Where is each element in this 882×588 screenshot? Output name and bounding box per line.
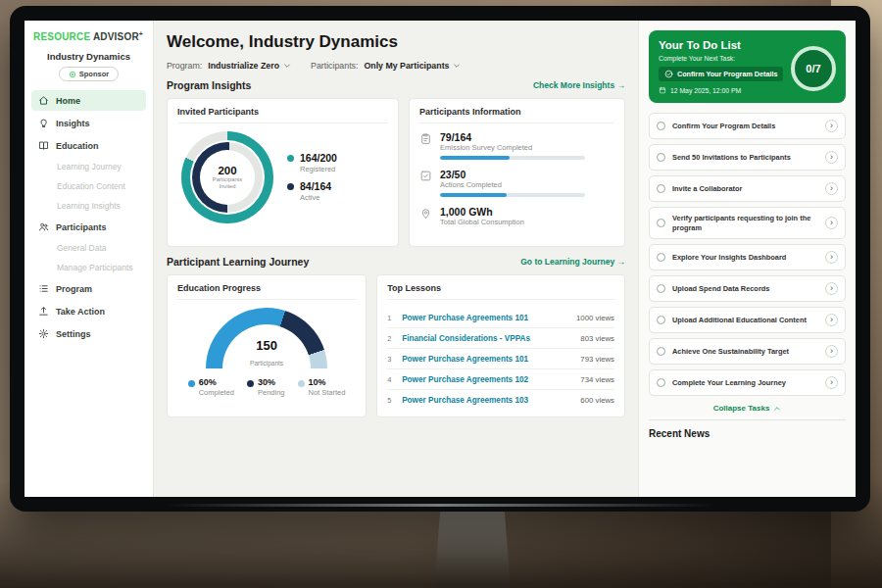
program-filter-dropdown[interactable]: Industrialize Zero (208, 61, 291, 71)
lesson-title-link[interactable]: Power Purchase Agreements 101 (402, 355, 573, 364)
chevron-down-icon (283, 62, 291, 70)
lesson-rank: 1 (387, 314, 395, 322)
task-checkbox[interactable] (657, 122, 665, 130)
sidebar-item-label: Learning Insights (57, 201, 121, 211)
actions-completed-row: 23/50 Actions Completed (419, 169, 614, 197)
task-checkbox[interactable] (657, 378, 665, 387)
task-checkbox[interactable] (657, 284, 665, 293)
chevron-right-icon[interactable]: › (825, 314, 838, 326)
sidebar-item-general-data[interactable]: General Data (31, 239, 146, 257)
people-icon (38, 221, 49, 232)
chevron-right-icon[interactable]: › (825, 376, 838, 389)
task-row-explore-insights[interactable]: Explore Your Insights Dashboard › (649, 244, 846, 270)
sidebar-item-label: Insights (56, 119, 90, 128)
sidebar-item-education[interactable]: Education (31, 135, 146, 156)
task-checkbox[interactable] (657, 253, 665, 262)
participants-filter-dropdown[interactable]: Only My Participants (364, 61, 461, 71)
sidebar-item-learning-insights[interactable]: Learning Insights (31, 197, 146, 215)
lesson-rank: 5 (387, 396, 395, 405)
sidebar-item-home[interactable]: Home (31, 90, 146, 111)
sidebar-item-label: Manage Participants (57, 263, 133, 272)
todo-progress-value: 0/7 (806, 63, 820, 74)
legend-item-registered: 164/200Registered (287, 153, 337, 173)
sidebar-item-label: Participants (56, 222, 107, 232)
lesson-title-link[interactable]: Power Purchase Agreements 102 (402, 375, 573, 384)
lightbulb-icon (38, 118, 49, 128)
sidebar-item-label: General Data (57, 243, 107, 253)
task-row-complete-learning-journey[interactable]: Complete Your Learning Journey › (649, 369, 846, 396)
task-checkbox[interactable] (657, 316, 665, 324)
lesson-rank: 4 (387, 375, 395, 384)
chevron-right-icon[interactable]: › (825, 151, 838, 164)
learning-journey-header: Participant Learning Journey Go to Learn… (167, 256, 625, 268)
target-icon (69, 71, 76, 78)
gauge-center-value: 150 (206, 339, 327, 352)
progress-bar-fill (440, 193, 507, 197)
todo-summary-card: Your To Do List Complete Your Next Task:… (649, 30, 846, 103)
lesson-views: 1000 views (576, 314, 614, 322)
lesson-title-link[interactable]: Financial Considerations - VPPAs (402, 334, 573, 343)
go-to-learning-journey-link[interactable]: Go to Learning Journey → (520, 257, 625, 267)
sidebar-item-participants[interactable]: Participants (31, 217, 146, 237)
program-filter-label: Program: (167, 61, 202, 71)
check-circle-icon (664, 70, 673, 78)
sidebar-nav: Home Insights Education Learning Journey (31, 90, 146, 344)
sidebar-item-manage-participants[interactable]: Manage Participants (31, 259, 146, 276)
donut-center: 200 Participants Invited (200, 150, 255, 205)
invited-donut-ring: 200 Participants Invited (181, 131, 273, 223)
organization-name: Industry Dynamics (31, 51, 146, 62)
sidebar-item-label: Program (56, 284, 92, 294)
chevron-right-icon[interactable]: › (825, 217, 838, 229)
task-row-verify-participants[interactable]: Verify participants requesting to join t… (649, 207, 846, 239)
sidebar-item-learning-journey[interactable]: Learning Journey (31, 158, 146, 175)
task-checkbox[interactable] (657, 153, 665, 162)
next-task-pill[interactable]: Confirm Your Program Details (659, 67, 783, 81)
invited-participants-card: Invited Participants 200 Participants In… (167, 98, 399, 247)
participants-filter-value: Only My Participants (364, 61, 449, 71)
lesson-title-link[interactable]: Power Purchase Agreements 103 (402, 396, 573, 405)
chevron-right-icon[interactable]: › (825, 182, 838, 195)
chevron-right-icon[interactable]: › (825, 345, 838, 358)
lesson-title-link[interactable]: Power Purchase Agreements 101 (402, 314, 569, 322)
task-checkbox[interactable] (657, 347, 665, 356)
home-icon (38, 95, 49, 106)
sidebar: RESOURCE ADVISOR+ Industry Dynamics Spon… (24, 21, 154, 497)
legend-dot (298, 380, 305, 387)
task-label: Confirm Your Program Details (672, 122, 818, 131)
task-checkbox[interactable] (657, 184, 665, 193)
sidebar-item-education-content[interactable]: Education Content (31, 177, 146, 195)
recent-news-heading: Recent News (649, 419, 846, 439)
check-more-insights-link[interactable]: Check More Insights → (533, 80, 625, 90)
collapse-tasks-button[interactable]: Collapse Tasks (649, 404, 846, 413)
invited-donut-inner-ring: 200 Participants Invited (192, 142, 263, 213)
task-row-confirm-program[interactable]: Confirm Your Program Details › (649, 113, 846, 139)
journey-cards-row: Education Progress 150 Participants (167, 274, 625, 417)
todo-progress-ring: 0/7 (791, 46, 836, 91)
chevron-right-icon[interactable]: › (825, 282, 838, 295)
sidebar-item-settings[interactable]: Settings (31, 323, 146, 344)
legend-item-pending: 30%Pending (247, 378, 285, 397)
task-row-sustainability-target[interactable]: Achieve One Sustainability Target › (649, 338, 846, 365)
task-label: Complete Your Learning Journey (672, 378, 818, 388)
card-title: Invited Participants (177, 107, 388, 123)
task-row-upload-educational-content[interactable]: Upload Additional Educational Content › (649, 307, 846, 333)
task-row-upload-spend-data[interactable]: Upload Spend Data Records › (649, 275, 846, 302)
sidebar-item-program[interactable]: Program (31, 278, 146, 299)
insights-cards-row: Invited Participants 200 Participants In… (167, 98, 625, 247)
filter-bar: Program: Industrialize Zero Participants… (167, 61, 625, 71)
chevron-right-icon[interactable]: › (825, 251, 838, 264)
emission-survey-row: 79/164 Emission Survey Completed (419, 131, 614, 160)
task-row-send-invitations[interactable]: Send 50 Invitations to Participants › (649, 144, 846, 171)
task-row-invite-collaborator[interactable]: Invite a Collaborator › (649, 175, 846, 202)
sidebar-item-take-action[interactable]: Take Action (31, 301, 146, 321)
lesson-row: 2 Financial Considerations - VPPAs 803 v… (387, 328, 614, 349)
legend-item-active: 84/164Active (287, 181, 337, 202)
desk-photo-background: RESOURCE ADVISOR+ Industry Dynamics Spon… (0, 0, 882, 588)
sidebar-item-insights[interactable]: Insights (31, 113, 146, 133)
donut-center-value: 200 (218, 165, 236, 176)
sidebar-item-label: Home (56, 96, 80, 106)
sidebar-item-label: Take Action (56, 307, 105, 317)
task-label: Send 50 Invitations to Participants (672, 153, 818, 163)
chevron-right-icon[interactable]: › (825, 120, 838, 132)
task-checkbox[interactable] (657, 219, 665, 227)
